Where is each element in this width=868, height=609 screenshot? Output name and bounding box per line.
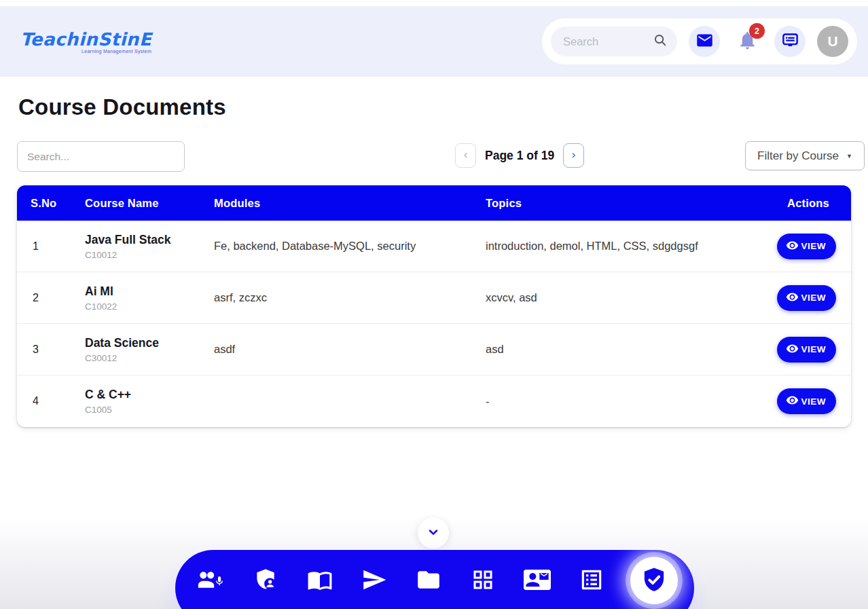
view-button-label: VIEW: [801, 293, 826, 303]
caret-down-icon: ▼: [846, 153, 852, 160]
topbar-search-input[interactable]: [563, 35, 653, 48]
messages-button[interactable]: [774, 26, 806, 57]
table-row: 4 C & C++ C1005 - VIEW: [17, 375, 851, 427]
view-button-label: VIEW: [801, 344, 826, 354]
dashboard-grid-icon: [471, 568, 495, 594]
row-topics: asd: [486, 343, 774, 356]
row-modules: Fe, backend, Database-MySQL, security: [214, 240, 486, 253]
nav-dashboard[interactable]: [467, 565, 499, 596]
verified-shield-icon: [640, 566, 668, 595]
documents-search-input[interactable]: [17, 141, 185, 172]
table-header-row: S.No Course Name Modules Topics Actions: [17, 185, 851, 221]
row-modules: asrf, zczxc: [214, 291, 486, 304]
eye-icon: [786, 291, 799, 306]
top-bar: TeachinStinE Learning Management System: [0, 6, 868, 77]
row-course-name: Java Full Stack C10012: [85, 233, 214, 260]
column-header-actions: Actions: [774, 197, 837, 210]
mail-button[interactable]: [689, 26, 720, 57]
folder-icon: [416, 567, 441, 595]
prev-page-button[interactable]: ‹: [455, 143, 476, 168]
course-code: C30012: [85, 353, 214, 363]
row-course-name: Data Science C30012: [85, 336, 214, 363]
notification-badge: 2: [749, 23, 765, 39]
course-code: C10022: [85, 301, 214, 312]
view-button[interactable]: VIEW: [777, 388, 836, 414]
row-topics: -: [486, 395, 774, 408]
pagination: ‹ Page 1 of 19 ›: [455, 143, 584, 168]
column-header-modules: Modules: [214, 197, 486, 210]
row-modules: asdf: [214, 343, 486, 356]
next-page-button[interactable]: ›: [563, 143, 584, 168]
view-button-label: VIEW: [801, 396, 826, 407]
chevron-right-icon: ›: [572, 148, 576, 162]
search-icon: [653, 33, 668, 50]
view-button[interactable]: VIEW: [777, 234, 836, 259]
row-sno: 1: [31, 240, 85, 253]
row-sno: 3: [31, 344, 85, 356]
table-row: 1 Java Full Stack C10012 Fe, backend, Da…: [17, 221, 851, 272]
nav-folder[interactable]: [413, 565, 444, 596]
messages-icon: [781, 31, 799, 52]
logo-title: TeachinStinE: [20, 29, 151, 50]
logo-tagline: Learning Management System: [20, 49, 151, 54]
page-indicator: Page 1 of 19: [485, 149, 554, 163]
nav-send[interactable]: [359, 565, 390, 596]
nav-list[interactable]: [576, 565, 607, 596]
column-header-sno: S.No: [31, 197, 85, 210]
app-logo[interactable]: TeachinStinE Learning Management System: [20, 29, 151, 54]
notifications-button[interactable]: 2: [731, 26, 763, 57]
chevron-down-icon: [427, 525, 440, 541]
course-documents-table: S.No Course Name Modules Topics Actions …: [17, 185, 851, 427]
page-title: Course Documents: [18, 94, 226, 120]
nav-shield-user[interactable]: [250, 565, 281, 596]
users-mic-icon: [198, 566, 225, 595]
eye-icon: [786, 342, 799, 357]
shield-user-icon: [253, 567, 278, 595]
topbar-search: [551, 26, 677, 56]
row-course-name: Ai Ml C10022: [85, 284, 214, 312]
nav-courses-book[interactable]: [304, 565, 336, 596]
mail-icon: [695, 31, 714, 52]
column-header-course-name: Course Name: [85, 197, 214, 210]
chevron-left-icon: ‹: [464, 148, 468, 162]
row-sno: 4: [31, 395, 85, 407]
eye-icon: [786, 394, 799, 409]
contact-mail-icon: [524, 566, 551, 595]
avatar-initial: U: [827, 33, 837, 50]
row-topics: introduction, demol, HTML, CSS, sdgdgsgf: [486, 240, 774, 253]
table-row: 2 Ai Ml C10022 asrf, zczxc xcvcv, asd VI…: [17, 272, 851, 324]
nav-contact-mail[interactable]: [522, 565, 553, 596]
row-course-name: C & C++ C1005: [85, 388, 214, 415]
view-button[interactable]: VIEW: [777, 337, 836, 363]
nav-verified-shield-active[interactable]: [630, 557, 678, 604]
list-icon: [579, 567, 604, 595]
nav-users-mic[interactable]: [196, 565, 227, 596]
send-icon: [361, 567, 387, 595]
view-button-label: VIEW: [801, 241, 826, 251]
collapse-nav-button[interactable]: [418, 517, 449, 549]
open-book-icon: [307, 567, 333, 595]
row-topics: xcvcv, asd: [486, 291, 774, 304]
avatar[interactable]: U: [817, 26, 848, 57]
table-row: 3 Data Science C30012 asdf asd VIEW: [17, 324, 851, 375]
filter-label: Filter by Course: [757, 149, 839, 163]
course-code: C1005: [85, 405, 214, 415]
row-sno: 2: [31, 292, 85, 304]
bottom-navigation: [175, 550, 694, 609]
view-button[interactable]: VIEW: [777, 285, 836, 311]
course-code: C10012: [85, 250, 214, 260]
filter-by-course-dropdown[interactable]: Filter by Course ▼: [745, 141, 865, 170]
topbar-actions: 2 U: [542, 18, 857, 64]
eye-icon: [786, 239, 799, 254]
column-header-topics: Topics: [486, 197, 774, 210]
table-controls: ‹ Page 1 of 19 › Filter by Course ▼: [17, 141, 851, 172]
